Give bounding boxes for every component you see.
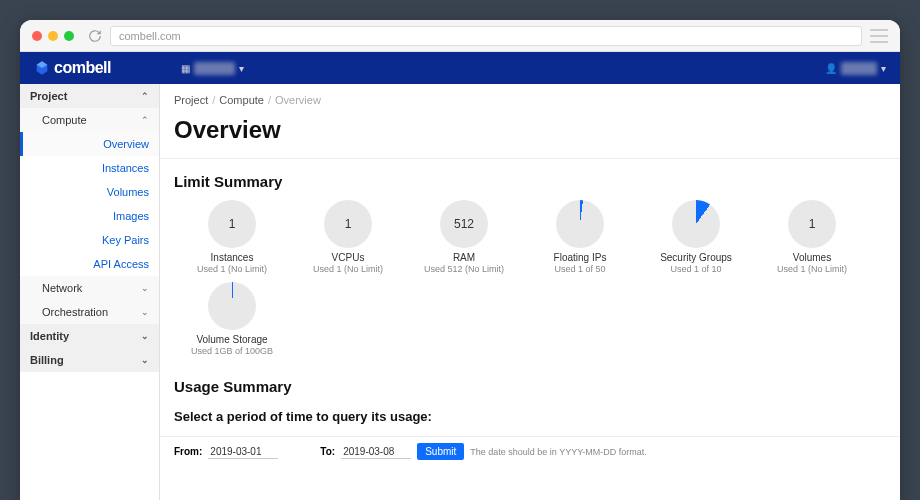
from-input[interactable] [208, 445, 278, 459]
submit-button[interactable]: Submit [417, 443, 464, 460]
main-content: Project/Compute/Overview Overview Limit … [160, 84, 900, 500]
to-label: To: [320, 446, 335, 457]
minimize-window-icon[interactable] [48, 31, 58, 41]
gauge-circle [208, 282, 256, 330]
breadcrumb-project[interactable]: Project [174, 94, 208, 106]
caret-down-icon: ▾ [239, 63, 244, 74]
sidebar: Project⌃ Compute⌃ Overview Instances Vol… [20, 84, 160, 500]
url-bar[interactable]: combell.com [110, 26, 862, 46]
user-menu[interactable]: 👤 xxxx ▾ [825, 62, 886, 75]
gauge-label: Volumes [754, 252, 870, 263]
gauge: 512 RAM Used 512 (No Limit) [406, 200, 522, 274]
user-icon: 👤 [825, 63, 837, 74]
gauge-detail: Used 1 of 10 [638, 264, 754, 274]
sidebar-item-orchestration[interactable]: Orchestration⌄ [20, 300, 159, 324]
sidebar-item-volumes[interactable]: Volumes [20, 180, 159, 204]
chevron-down-icon: ⌄ [141, 331, 149, 341]
chevron-up-icon: ⌃ [141, 115, 149, 125]
gauge: 1 Volumes Used 1 (No Limit) [754, 200, 870, 274]
limit-summary-title: Limit Summary [160, 163, 900, 196]
sidebar-item-compute[interactable]: Compute⌃ [20, 108, 159, 132]
chevron-up-icon: ⌃ [141, 91, 149, 101]
gauge-detail: Used 1 of 50 [522, 264, 638, 274]
gauges-row: 1 Instances Used 1 (No Limit) 1 VCPUs Us… [160, 196, 900, 368]
gauge-circle [672, 200, 720, 248]
date-hint: The date should be in YYYY-MM-DD format. [470, 447, 647, 457]
gauge-detail: Used 1GB of 100GB [174, 346, 290, 356]
user-name-redacted: xxxx [841, 62, 877, 75]
reload-icon[interactable] [88, 29, 102, 43]
sidebar-item-network[interactable]: Network⌄ [20, 276, 159, 300]
browser-chrome: combell.com [20, 20, 900, 52]
query-title: Select a period of time to query its usa… [160, 401, 900, 430]
gauge-circle: 512 [440, 200, 488, 248]
breadcrumb-current: Overview [275, 94, 321, 106]
brand-name: combell [54, 59, 111, 77]
chevron-down-icon: ⌄ [141, 355, 149, 365]
sidebar-item-overview[interactable]: Overview [20, 132, 159, 156]
sidebar-item-images[interactable]: Images [20, 204, 159, 228]
chevron-down-icon: ⌄ [141, 283, 149, 293]
gauge-label: VCPUs [290, 252, 406, 263]
gauge-label: Floating IPs [522, 252, 638, 263]
close-window-icon[interactable] [32, 31, 42, 41]
gauge-detail: Used 1 (No Limit) [290, 264, 406, 274]
gauge: Security Groups Used 1 of 10 [638, 200, 754, 274]
breadcrumb: Project/Compute/Overview [160, 84, 900, 110]
project-name-redacted: xxxxx [194, 62, 235, 75]
sidebar-item-billing[interactable]: Billing⌄ [20, 348, 159, 372]
gauge: Floating IPs Used 1 of 50 [522, 200, 638, 274]
page-title: Overview [160, 110, 900, 154]
gauge-circle: 1 [788, 200, 836, 248]
from-label: From: [174, 446, 202, 457]
usage-summary-title: Usage Summary [160, 368, 900, 401]
to-input[interactable] [341, 445, 411, 459]
gauge-detail: Used 1 (No Limit) [754, 264, 870, 274]
chevron-down-icon: ⌄ [141, 307, 149, 317]
gauge: Volume Storage Used 1GB of 100GB [174, 282, 290, 356]
gauge-circle [556, 200, 604, 248]
gauge-label: Instances [174, 252, 290, 263]
maximize-window-icon[interactable] [64, 31, 74, 41]
top-nav: combell ▦ xxxxx ▾ 👤 xxxx ▾ [20, 52, 900, 84]
sidebar-item-key-pairs[interactable]: Key Pairs [20, 228, 159, 252]
logo-icon [34, 60, 50, 76]
sidebar-item-api-access[interactable]: API Access [20, 252, 159, 276]
gauge-detail: Used 512 (No Limit) [406, 264, 522, 274]
divider [160, 158, 900, 159]
gauge-circle: 1 [208, 200, 256, 248]
window-controls [32, 31, 74, 41]
hamburger-icon[interactable] [870, 29, 888, 43]
gauge-circle: 1 [324, 200, 372, 248]
url-text: combell.com [119, 30, 181, 42]
browser-window: combell.com combell ▦ xxxxx ▾ 👤 xxxx ▾ P… [20, 20, 900, 500]
grid-icon: ▦ [181, 63, 190, 74]
gauge-label: RAM [406, 252, 522, 263]
brand-logo[interactable]: combell [34, 59, 111, 77]
sidebar-item-project[interactable]: Project⌃ [20, 84, 159, 108]
sidebar-item-instances[interactable]: Instances [20, 156, 159, 180]
sidebar-item-identity[interactable]: Identity⌄ [20, 324, 159, 348]
caret-down-icon: ▾ [881, 63, 886, 74]
gauge-detail: Used 1 (No Limit) [174, 264, 290, 274]
gauge: 1 Instances Used 1 (No Limit) [174, 200, 290, 274]
date-form: From: To: Submit The date should be in Y… [160, 436, 900, 474]
gauge: 1 VCPUs Used 1 (No Limit) [290, 200, 406, 274]
gauge-label: Security Groups [638, 252, 754, 263]
breadcrumb-compute[interactable]: Compute [219, 94, 264, 106]
gauge-label: Volume Storage [174, 334, 290, 345]
project-selector[interactable]: ▦ xxxxx ▾ [181, 62, 244, 75]
